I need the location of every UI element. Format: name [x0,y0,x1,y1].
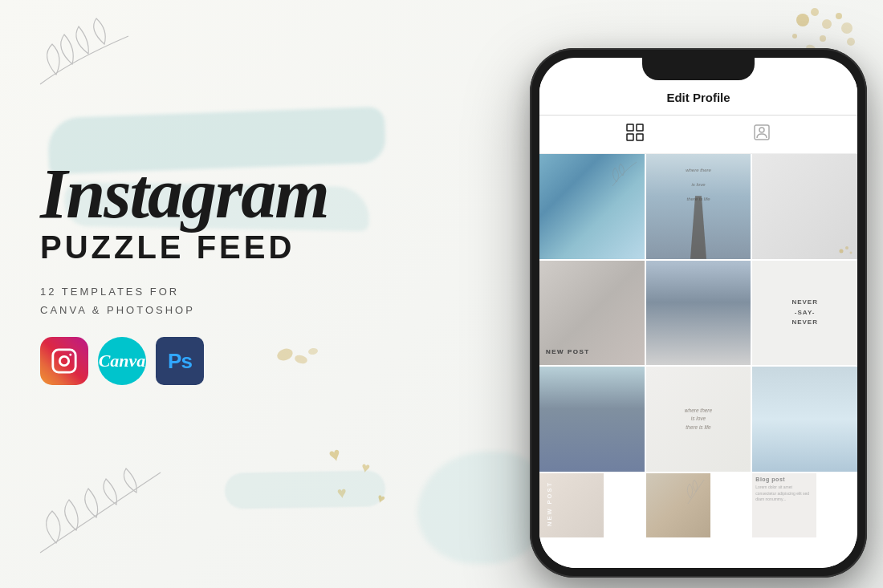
svg-point-20 [759,128,764,132]
phone-inner: Edit Profile [539,58,857,568]
puzzle-feed-text: PUZZLE FEED [40,229,295,265]
svg-point-1 [811,8,819,16]
screen-tabs[interactable] [539,116,857,154]
phone-notch [642,58,755,80]
instagram-grid: where thereis lovethere is life [539,154,857,537]
photoshop-icon[interactable]: Ps [156,337,204,385]
svg-point-6 [820,35,826,42]
svg-rect-17 [627,134,633,140]
grid-cell-12: Blog post Lorem dolor sit amet consectet… [752,473,816,537]
subtitle-line1: 12 TEMPLATES FOR [40,282,442,301]
svg-point-7 [847,38,855,46]
grid-cell-7 [539,367,645,472]
screen-header: Edit Profile [539,80,857,116]
grid-cell-11 [646,473,710,537]
phone-outer-shell: Edit Profile [530,48,867,578]
canva-label: Canva [99,351,146,371]
app-icons-row: Canva Ps [40,337,442,385]
svg-rect-18 [637,134,643,140]
leaf-decoration-bottom-left [24,456,185,564]
svg-rect-12 [53,350,75,372]
svg-point-5 [792,34,797,39]
tab-grid[interactable] [626,124,644,145]
svg-point-3 [836,13,842,19]
grid-cell-1 [539,154,645,259]
svg-point-21 [840,249,844,253]
grid-cell-9 [752,367,857,472]
svg-point-23 [850,251,852,253]
svg-point-2 [822,19,832,29]
title-instagram: Instagram [40,160,442,228]
instagram-icon[interactable] [40,337,88,385]
edit-profile-title: Edit Profile [666,91,730,104]
svg-point-13 [59,357,68,366]
grid-cell-10: NEW POST [539,473,604,537]
phone-screen: Edit Profile [539,80,857,568]
subtitle-line2: CANVA & PHOTOSHOP [40,301,442,319]
title-puzzle-feed-line1: PUZZLE FEED [40,229,442,265]
svg-point-0 [796,14,809,26]
grid-cell-8: where there is love there is life [646,367,751,472]
phone-mockup: Edit Profile [530,48,867,578]
gold-hearts-decoration: ♥ ♥ ♥ ♥ [321,444,417,524]
leaf-decoration-top-left [16,12,161,112]
ps-label: Ps [168,349,192,374]
grid-cell-2: where thereis lovethere is life [646,154,751,259]
grid-cell-3 [752,154,857,259]
svg-rect-16 [637,124,643,131]
grid-cell-5 [646,261,751,366]
canva-icon[interactable]: Canva [98,337,146,385]
left-content-area: Instagram PUZZLE FEED 12 TEMPLATES FOR C… [40,160,442,385]
tab-person[interactable] [753,124,771,145]
svg-point-22 [845,246,848,249]
svg-point-14 [69,354,71,356]
svg-rect-15 [627,124,633,131]
subtitle: 12 TEMPLATES FOR CANVA & PHOTOSHOP [40,282,442,320]
grid-cell-4: NEW POST NEW POST [539,261,645,366]
grid-cell-6: NEVER -SAY- NEVER [752,261,857,366]
svg-point-4 [841,22,852,34]
